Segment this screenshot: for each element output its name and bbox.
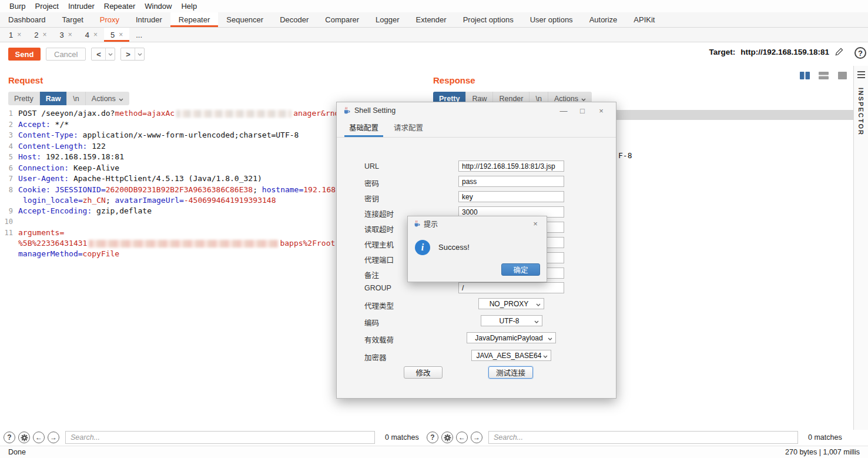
test-connection-button[interactable]: 测试连接 <box>488 366 533 379</box>
shell-tab-tab[interactable]: 请求配置 <box>386 118 431 137</box>
tab-comparer[interactable]: Comparer <box>317 12 367 27</box>
gear-icon[interactable] <box>18 432 30 443</box>
tab-target[interactable]: Target <box>54 12 92 27</box>
chevron-down-icon <box>548 334 552 342</box>
next-match-icon[interactable]: → <box>471 432 482 443</box>
field-label-tab: 代理主机 <box>364 239 394 250</box>
tab-decoder[interactable]: Decoder <box>272 12 317 27</box>
close-tab-icon[interactable]: × <box>17 31 21 39</box>
repeater-tab-2[interactable]: 2× <box>28 28 53 42</box>
line-text: Host: 192.168.159.18:81 <box>18 152 124 163</box>
minimize-icon[interactable]: — <box>554 106 573 115</box>
help-icon[interactable]: ? <box>427 432 438 443</box>
field-label-tab: 代理类型 <box>364 300 394 311</box>
input-group[interactable]: / <box>458 282 564 293</box>
response-visible-text: F-8 <box>618 151 632 161</box>
ok-button[interactable]: 确定 <box>501 263 540 276</box>
input-tab[interactable]: key <box>458 191 564 202</box>
tab-dashboard[interactable]: Dashboard <box>0 12 54 27</box>
shell-tab-tab[interactable]: 基础配置 <box>341 118 386 137</box>
modify-button[interactable]: 修改 <box>404 366 443 379</box>
request-search-input[interactable] <box>65 431 375 444</box>
chevron-down-icon[interactable] <box>135 48 144 60</box>
previous-match-icon[interactable]: ← <box>456 432 468 443</box>
field-label-tab: 密码 <box>364 178 379 189</box>
select-tab[interactable]: UTF-8 <box>481 315 542 326</box>
close-tab-icon[interactable]: × <box>68 31 72 39</box>
repeater-tab-3[interactable]: 3× <box>53 28 79 42</box>
field-label-tab: 加密器 <box>364 352 387 363</box>
cancel-button[interactable]: Cancel <box>46 48 86 61</box>
select-tab[interactable]: NO_PROXY <box>478 298 544 309</box>
line-text: User-Agent: Apache-HttpClient/4.5.13 (Ja… <box>18 173 262 185</box>
field-label-url: URL <box>364 162 379 171</box>
edit-target-icon[interactable] <box>835 48 843 56</box>
tab-proxy[interactable]: Proxy <box>92 12 128 27</box>
close-icon[interactable]: × <box>529 219 542 228</box>
help-icon[interactable]: ? <box>4 432 15 443</box>
input-url[interactable]: http://192.168.159.18:81/3.jsp <box>458 161 564 172</box>
tab-autorize[interactable]: Autorize <box>581 12 626 27</box>
menu-intruder[interactable]: Intruder <box>63 2 99 11</box>
menu-repeater[interactable]: Repeater <box>99 2 140 11</box>
chevron-down-icon <box>543 352 548 360</box>
repeater-tab-more[interactable]: ... <box>129 28 149 42</box>
repeater-tab-bar: 1×2×3×4×5×... <box>0 28 868 42</box>
select-tab[interactable]: JAVA_AES_BASE64 <box>471 350 551 361</box>
next-match-icon[interactable]: → <box>48 432 59 443</box>
request-tab-n[interactable]: \n <box>66 92 85 105</box>
tab-logger[interactable]: Logger <box>367 12 407 27</box>
request-tab-raw[interactable]: Raw <box>39 92 67 105</box>
menu-help[interactable]: Help <box>176 2 202 11</box>
tab-user-options[interactable]: User options <box>522 12 581 27</box>
repeater-tab-1[interactable]: 1× <box>2 28 28 42</box>
request-tab-pretty[interactable]: Pretty <box>8 92 39 105</box>
help-icon[interactable]: ? <box>854 47 866 59</box>
tab-sequencer[interactable]: Sequencer <box>218 12 272 27</box>
chevron-down-icon[interactable] <box>105 48 115 60</box>
prompt-message: Success! <box>438 243 470 252</box>
prev-request-button[interactable]: < <box>91 48 115 61</box>
prompt-dialog-titlebar[interactable]: 提示 × <box>408 216 547 230</box>
input-tab[interactable]: pass <box>458 176 564 187</box>
previous-match-icon[interactable]: ← <box>33 432 45 443</box>
java-icon <box>413 220 420 228</box>
line-number <box>0 195 13 206</box>
single-layout-icon[interactable] <box>835 70 850 81</box>
close-tab-icon[interactable]: × <box>119 31 123 39</box>
stacked-layout-icon[interactable] <box>816 70 832 81</box>
response-search-input[interactable] <box>488 431 798 444</box>
repeater-tab-4[interactable]: 4× <box>79 28 104 42</box>
field-label-tab: 密钥 <box>364 193 379 204</box>
line-number: 8 <box>0 185 13 196</box>
token: gzip,deflate <box>92 206 152 215</box>
menu-burp[interactable]: Burp <box>5 2 30 11</box>
layout-view-buttons <box>797 70 850 81</box>
close-tab-icon[interactable]: × <box>93 31 98 39</box>
inspector-menu-icon[interactable] <box>857 71 865 78</box>
send-button[interactable]: Send <box>8 48 41 61</box>
gear-icon[interactable] <box>441 432 453 443</box>
inspector-sidebar[interactable]: INSPECTOR <box>853 66 868 430</box>
response-stats: 270 bytes | 1,007 millis <box>785 448 860 456</box>
line-text: %5B%22336431431bapps%2Froot <box>18 238 335 249</box>
request-tab-actions[interactable]: Actions <box>85 92 129 105</box>
selected-value: UTF-8 <box>484 317 534 325</box>
side-by-side-layout-icon[interactable] <box>797 70 813 81</box>
line-number: 1 <box>0 108 13 119</box>
select-tab[interactable]: JavaDynamicPayload <box>467 332 556 343</box>
next-request-button[interactable]: > <box>120 48 145 61</box>
shell-dialog-titlebar[interactable]: Shell Setting — □ × <box>337 102 616 119</box>
tab-project-options[interactable]: Project options <box>455 12 522 27</box>
maximize-icon[interactable]: □ <box>573 106 592 115</box>
tab-intruder[interactable]: Intruder <box>128 12 170 27</box>
repeater-tab-5[interactable]: 5× <box>104 28 129 42</box>
menu-window[interactable]: Window <box>140 2 176 11</box>
tab-repeater[interactable]: Repeater <box>170 12 218 27</box>
tab-apikit[interactable]: APIKit <box>625 12 663 27</box>
close-tab-icon[interactable]: × <box>42 31 46 39</box>
menu-project[interactable]: Project <box>30 2 63 11</box>
close-icon[interactable]: × <box>592 106 611 115</box>
tab-extender[interactable]: Extender <box>408 12 455 27</box>
line-text: Content-Type: application/x-www-form-url… <box>18 130 299 141</box>
